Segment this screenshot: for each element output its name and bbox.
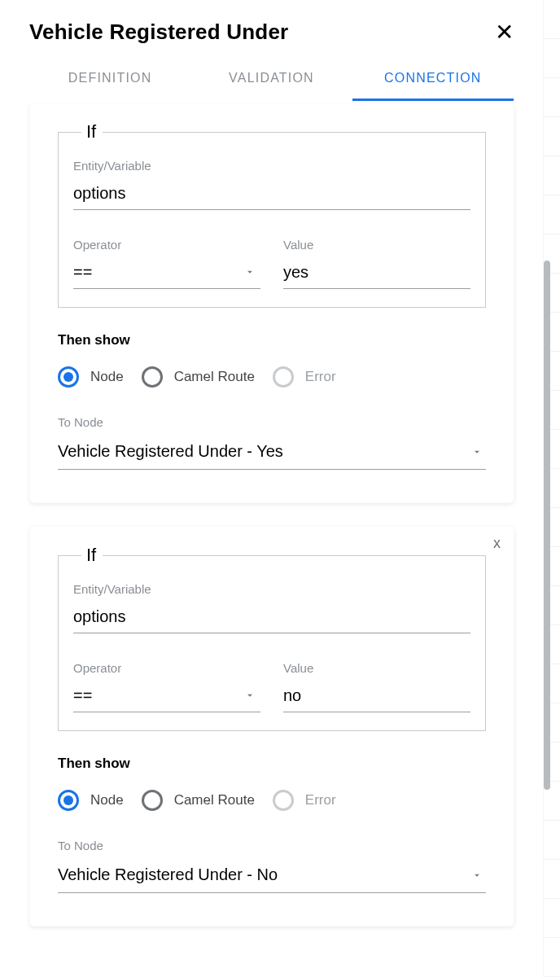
tab-connection[interactable]: CONNECTION [352,61,514,101]
value-label: Value [283,661,470,675]
radio-node[interactable]: Node [58,790,124,811]
radio-camel-route[interactable]: Camel Route [142,790,255,811]
chevron-down-icon [471,446,483,461]
value-label: Value [283,238,470,252]
radio-node[interactable]: Node [58,366,124,388]
operator-select[interactable]: == [73,681,260,712]
radio-error-label: Error [305,792,336,808]
value-input[interactable] [283,258,470,289]
entity-input[interactable] [73,179,470,210]
to-node-value: Vehicle Registered Under - Yes [58,442,283,460]
operator-value: == [73,263,92,281]
entity-input[interactable] [73,602,470,633]
radio-icon [142,790,163,811]
radio-camel-route[interactable]: Camel Route [142,366,255,388]
entity-label: Entity/Variable [73,159,470,173]
close-icon[interactable]: ✕ [495,21,514,44]
condition-card: If Entity/Variable Operator == Value [29,103,514,503]
tab-bar: DEFINITION VALIDATION CONNECTION [0,51,543,101]
if-legend: If [81,121,103,142]
chevron-down-icon [244,690,256,704]
then-show-label: Then show [58,332,486,348]
remove-condition-icon[interactable]: x [493,535,501,552]
radio-icon [273,366,294,388]
to-node-value: Vehicle Registered Under - No [58,865,278,883]
operator-label: Operator [73,661,260,675]
operator-label: Operator [73,238,260,252]
radio-error-label: Error [305,369,336,385]
radio-group: Node Camel Route Error [58,366,486,388]
operator-value: == [73,686,92,704]
radio-camel-route-label: Camel Route [174,792,255,808]
chevron-down-icon [244,266,256,281]
to-node-select[interactable]: Vehicle Registered Under - No [58,861,486,893]
entity-label: Entity/Variable [73,582,470,596]
radio-icon [58,366,79,388]
scrollbar-thumb[interactable] [544,261,550,790]
to-node-label: To Node [58,415,486,429]
tab-validation[interactable]: VALIDATION [190,61,352,101]
radio-error[interactable]: Error [273,366,336,388]
then-show-label: Then show [58,756,486,772]
value-input[interactable] [283,681,470,712]
to-node-select[interactable]: Vehicle Registered Under - Yes [58,437,486,470]
panel-header: Vehicle Registered Under ✕ [0,0,543,51]
condition-card: x If Entity/Variable Operator == Value [29,526,514,927]
if-fieldset: If Entity/Variable Operator == Value [58,545,486,731]
radio-camel-route-label: Camel Route [174,369,255,385]
radio-icon [273,790,294,811]
operator-select[interactable]: == [73,258,260,289]
tab-definition[interactable]: DEFINITION [29,61,190,101]
side-panel: Vehicle Registered Under ✕ DEFINITION VA… [0,0,544,977]
radio-group: Node Camel Route Error [58,790,486,811]
radio-error[interactable]: Error [273,790,336,811]
if-fieldset: If Entity/Variable Operator == Value [58,121,486,308]
if-legend: If [81,545,103,566]
to-node-label: To Node [58,839,486,852]
radio-icon [142,366,163,388]
panel-title: Vehicle Registered Under [29,20,288,45]
radio-icon [58,790,79,811]
chevron-down-icon [471,870,483,884]
radio-node-label: Node [90,369,124,385]
radio-node-label: Node [90,792,124,808]
connection-scroll-area[interactable]: If Entity/Variable Operator == Value [0,103,544,977]
